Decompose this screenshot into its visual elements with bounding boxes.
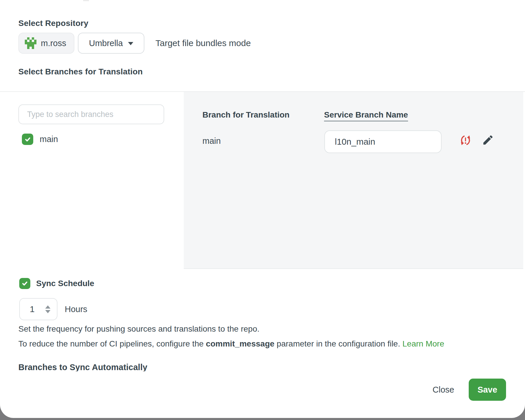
repository-chip[interactable]: m.ross xyxy=(18,33,74,54)
project-dropdown-value: Umbrella xyxy=(89,38,123,48)
service-branch-name-header-text: Service Branch Name xyxy=(324,110,408,121)
ci-note-text: To reduce the number of CI pipelines, co… xyxy=(18,339,206,348)
frequency-description: Set the frequency for pushing sources an… xyxy=(18,324,260,334)
ci-note-text-after: parameter in the configuration file. xyxy=(274,339,402,348)
checkbox-check-icon xyxy=(22,280,28,287)
learn-more-link[interactable]: Learn More xyxy=(402,339,444,348)
edit-branch-button[interactable] xyxy=(482,134,494,146)
hours-value: 1 xyxy=(30,304,45,314)
hours-unit-label: Hours xyxy=(65,298,87,320)
stepper-down-icon[interactable] xyxy=(45,310,50,313)
commit-message-param: commit_message xyxy=(206,339,274,348)
sync-schedule-label: Sync Schedule xyxy=(36,279,94,288)
branch-row-name: main xyxy=(202,136,221,146)
caret-down-icon xyxy=(128,42,133,45)
repository-name: m.ross xyxy=(41,38,66,48)
save-button[interactable]: Save xyxy=(469,379,506,401)
project-dropdown[interactable]: Umbrella xyxy=(78,33,144,54)
sync-schedule-checkbox[interactable] xyxy=(19,278,30,289)
sync-error-icon xyxy=(460,135,471,146)
repository-settings-modal: Select Repository m.ross Umbrella Target… xyxy=(0,0,525,418)
stepper-arrows-icon[interactable] xyxy=(45,305,50,313)
branch-checkbox[interactable] xyxy=(22,134,33,145)
branch-list-item: main xyxy=(22,134,58,145)
branch-mapping-panel: Branch for Translation Service Branch Na… xyxy=(184,92,523,269)
close-button[interactable]: Close xyxy=(424,379,462,401)
ci-pipelines-note: To reduce the number of CI pipelines, co… xyxy=(18,339,444,349)
sync-schedule-row: Sync Schedule xyxy=(19,278,94,289)
clipped-element-remnant xyxy=(83,0,89,1)
branch-search-input[interactable] xyxy=(18,104,164,124)
stepper-up-icon[interactable] xyxy=(45,305,50,309)
target-mode-label: Target file bundles mode xyxy=(155,33,251,54)
branch-for-translation-header: Branch for Translation xyxy=(202,110,290,120)
branches-to-sync-heading: Branches to Sync Automatically xyxy=(18,363,147,371)
checkbox-check-icon xyxy=(24,136,31,143)
repo-identicon-icon xyxy=(25,37,36,49)
select-branches-heading: Select Branches for Translation xyxy=(18,67,143,76)
service-branch-name-header: Service Branch Name xyxy=(324,110,408,120)
branch-name-label: main xyxy=(40,134,58,144)
hours-stepper[interactable]: 1 xyxy=(19,298,57,320)
select-repository-heading: Select Repository xyxy=(18,19,88,28)
service-branch-input[interactable] xyxy=(324,130,442,153)
